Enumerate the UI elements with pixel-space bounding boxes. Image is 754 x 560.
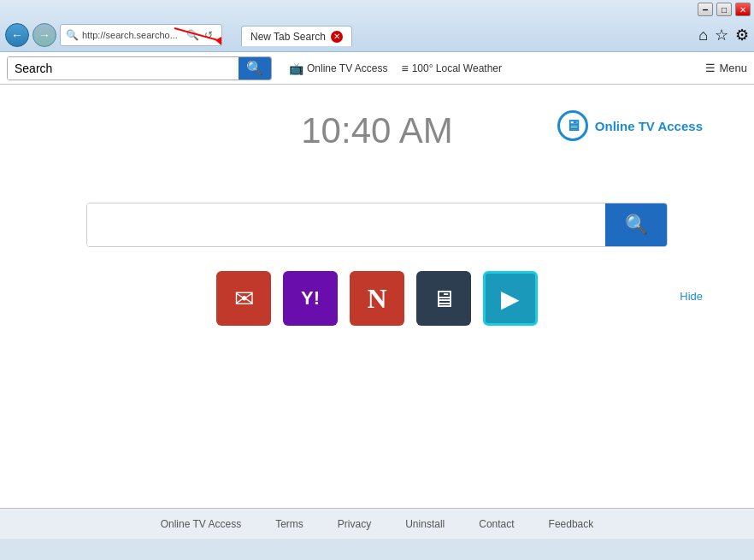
toolbar-search-input[interactable]	[8, 57, 239, 80]
toolbar-online-tv-label: Online TV Access	[307, 62, 388, 74]
title-bar: – □ ✕	[0, 0, 754, 19]
tv-circle-icon: 🖥	[557, 110, 588, 141]
nav-bar: ← → 🔍 http://search.searcho... 🔍 ↺ New T…	[0, 19, 754, 51]
main-content: 10:40 AM 🖥 Online TV Access 🔍 ✉ Y! N 🖥 ▶…	[0, 85, 754, 508]
address-actions: 🔍 ↺	[185, 29, 215, 41]
forward-button[interactable]: →	[32, 23, 56, 47]
toolbar-links: 📺 Online TV Access ≡ 100° Local Weather …	[289, 62, 747, 75]
minimize-button[interactable]: –	[698, 3, 713, 16]
toolbar-search-icon: 🔍	[246, 60, 263, 76]
footer-online-tv-link[interactable]: Online TV Access	[161, 518, 242, 530]
toolbar-online-tv-link[interactable]: 📺 Online TV Access	[289, 62, 388, 75]
video-player-icon[interactable]: ▶	[483, 271, 538, 326]
close-button[interactable]: ✕	[735, 3, 751, 16]
tab-bar: New Tab Search ✕	[236, 24, 357, 46]
footer-uninstall-link[interactable]: Uninstall	[405, 518, 445, 530]
yahoo-icon[interactable]: Y!	[283, 271, 338, 326]
toolbar-menu-icon: ☰	[705, 62, 716, 74]
active-tab[interactable]: New Tab Search ✕	[241, 26, 352, 46]
netflix-icon[interactable]: N	[350, 271, 404, 326]
tab-label: New Tab Search	[250, 31, 326, 43]
toolbar: 🔍 📺 Online TV Access ≡ 100° Local Weathe…	[0, 52, 754, 85]
footer-privacy-link[interactable]: Privacy	[338, 518, 371, 530]
maximize-button[interactable]: □	[716, 3, 732, 16]
toolbar-weather-label: 100° Local Weather	[412, 62, 502, 74]
footer-feedback-link[interactable]: Feedback	[549, 518, 594, 530]
address-text: http://search.searcho...	[82, 30, 178, 40]
main-search-input[interactable]	[87, 203, 605, 246]
footer-contact-link[interactable]: Contact	[479, 518, 514, 530]
main-search-icon: 🔍	[625, 214, 648, 236]
online-tv-access-link[interactable]: 🖥 Online TV Access	[557, 110, 703, 141]
gmail-icon[interactable]: ✉	[216, 271, 271, 326]
back-button[interactable]: ←	[5, 23, 29, 47]
toolbar-weather-icon: ≡	[402, 62, 409, 75]
bookmark-icon[interactable]: ☆	[715, 26, 728, 44]
address-reload-btn[interactable]: ↺	[203, 29, 215, 41]
monitor-icon[interactable]: 🖥	[416, 271, 471, 326]
toolbar-tv-icon: 📺	[289, 62, 303, 75]
address-bar[interactable]: 🔍 http://search.searcho... 🔍 ↺	[60, 24, 222, 46]
hide-link[interactable]: Hide	[680, 290, 703, 303]
toolbar-menu-button[interactable]: ☰ Menu	[705, 62, 747, 74]
time-display: 10:40 AM	[301, 110, 452, 151]
online-tv-access-label: Online TV Access	[595, 119, 703, 133]
toolbar-menu-label: Menu	[719, 62, 747, 74]
quick-access-icons: ✉ Y! N 🖥 ▶	[216, 271, 538, 326]
footer: Online TV Access Terms Privacy Uninstall…	[0, 508, 754, 539]
home-icon[interactable]: ⌂	[698, 27, 708, 44]
window-chrome: – □ ✕ ← → 🔍 http://search.searcho... 🔍 ↺…	[0, 0, 754, 52]
footer-terms-link[interactable]: Terms	[275, 518, 303, 530]
settings-icon[interactable]: ⚙	[735, 26, 749, 44]
toolbar-search-button[interactable]: 🔍	[239, 57, 271, 80]
main-search-button[interactable]: 🔍	[605, 203, 667, 246]
address-lock-icon: 🔍	[66, 29, 79, 41]
tab-close-button[interactable]: ✕	[331, 31, 343, 43]
toolbar-search-box[interactable]: 🔍	[7, 56, 272, 80]
main-search-box[interactable]: 🔍	[86, 203, 668, 247]
toolbar-weather-link[interactable]: ≡ 100° Local Weather	[402, 62, 502, 75]
address-search-btn[interactable]: 🔍	[185, 29, 201, 41]
